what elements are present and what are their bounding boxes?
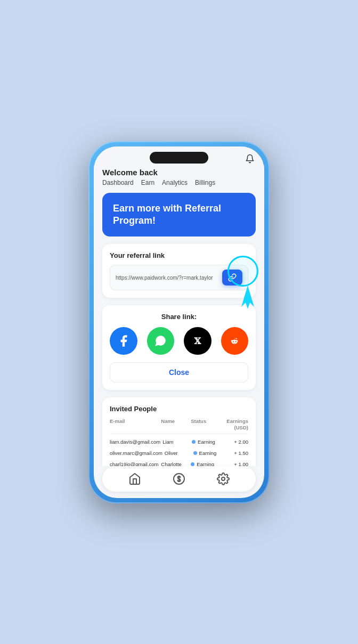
col-status: Status bbox=[191, 418, 222, 430]
row2-email: oliver.marc@gmail.com bbox=[110, 450, 162, 456]
x-icon: 𝕏 bbox=[194, 336, 201, 346]
welcome-heading: Welcome back bbox=[102, 168, 256, 177]
bottom-nav bbox=[102, 466, 256, 492]
copy-link-button[interactable] bbox=[222, 270, 242, 286]
referral-label: Your referral link bbox=[110, 251, 248, 259]
row3-name: Charlotte bbox=[161, 461, 189, 466]
row1-earnings: + 2.00 bbox=[224, 439, 248, 445]
table-row: oliver.marc@gmail.com Oliver Earning + 1… bbox=[110, 447, 248, 459]
notch bbox=[150, 152, 208, 164]
home-icon bbox=[128, 472, 141, 485]
whatsapp-share-button[interactable] bbox=[147, 327, 175, 355]
share-section: Share link: 𝕏 bbox=[102, 305, 256, 390]
reddit-share-button[interactable] bbox=[221, 327, 249, 355]
referral-url: https://www.paidwork.com/?r=mark.taylor bbox=[116, 275, 218, 281]
col-email: E-mail bbox=[110, 418, 159, 430]
settings-icon bbox=[217, 472, 230, 485]
share-label: Share link: bbox=[110, 313, 248, 321]
row3-email: charl19io@gmail.com bbox=[110, 461, 159, 466]
col-name: Name bbox=[161, 418, 189, 430]
bell-icon-area[interactable] bbox=[245, 154, 255, 166]
hero-text: Earn more with Referral Program! bbox=[113, 202, 245, 227]
facebook-share-button[interactable] bbox=[110, 327, 137, 355]
svg-point-4 bbox=[222, 477, 225, 480]
social-icons: 𝕏 bbox=[110, 327, 248, 355]
tab-analytics[interactable]: Analytics bbox=[162, 179, 188, 186]
row2-name: Oliver bbox=[165, 450, 191, 456]
col-earnings: Earnings(USD) bbox=[224, 418, 248, 430]
status-dot bbox=[191, 462, 194, 466]
bell-icon[interactable] bbox=[245, 155, 255, 166]
referral-section: Your referral link https://www.paidwork.… bbox=[102, 244, 256, 298]
row1-name: Liam bbox=[162, 439, 190, 445]
tab-earn[interactable]: Earn bbox=[141, 179, 154, 186]
tab-billings[interactable]: Billings bbox=[195, 179, 215, 186]
invited-section: Invited People E-mail Name Status Earnin… bbox=[102, 397, 256, 466]
phone-frame: Welcome back Dashboard Earn Analytics Bi… bbox=[88, 141, 270, 503]
row2-earnings: + 1.50 bbox=[225, 450, 248, 456]
row3-status: Earning bbox=[191, 461, 222, 466]
table-row: charl19io@gmail.com Charlotte Earning + … bbox=[110, 459, 248, 466]
home-nav-button[interactable] bbox=[128, 472, 141, 485]
table-header: E-mail Name Status Earnings(USD) bbox=[110, 418, 248, 434]
referral-link-row: https://www.paidwork.com/?r=mark.taylor bbox=[110, 265, 248, 290]
dollar-nav-button[interactable] bbox=[173, 472, 185, 485]
phone-screen: Welcome back Dashboard Earn Analytics Bi… bbox=[94, 146, 264, 498]
screen-content: Welcome back Dashboard Earn Analytics Bi… bbox=[94, 166, 264, 466]
link-icon bbox=[228, 273, 237, 282]
row2-status: Earning bbox=[193, 450, 223, 456]
reddit-icon bbox=[227, 333, 242, 348]
dollar-icon bbox=[173, 472, 185, 485]
close-button[interactable]: Close bbox=[110, 362, 248, 382]
row1-email: liam.davis@gmail.com bbox=[110, 439, 160, 445]
row1-status: Earning bbox=[192, 439, 222, 445]
row3-earnings: + 1.00 bbox=[224, 461, 248, 466]
status-dot bbox=[193, 451, 197, 455]
settings-nav-button[interactable] bbox=[217, 472, 230, 485]
nav-tabs: Dashboard Earn Analytics Billings bbox=[102, 179, 256, 186]
whatsapp-icon bbox=[153, 334, 167, 348]
x-share-button[interactable]: 𝕏 bbox=[184, 327, 211, 355]
hero-banner: Earn more with Referral Program! bbox=[102, 193, 256, 237]
facebook-icon bbox=[117, 334, 131, 348]
table-row: liam.davis@gmail.com Liam Earning + 2.00 bbox=[110, 436, 248, 447]
status-dot bbox=[192, 440, 196, 444]
tab-dashboard[interactable]: Dashboard bbox=[102, 179, 134, 186]
invited-title: Invited People bbox=[110, 405, 248, 413]
notch-bar bbox=[94, 146, 264, 166]
